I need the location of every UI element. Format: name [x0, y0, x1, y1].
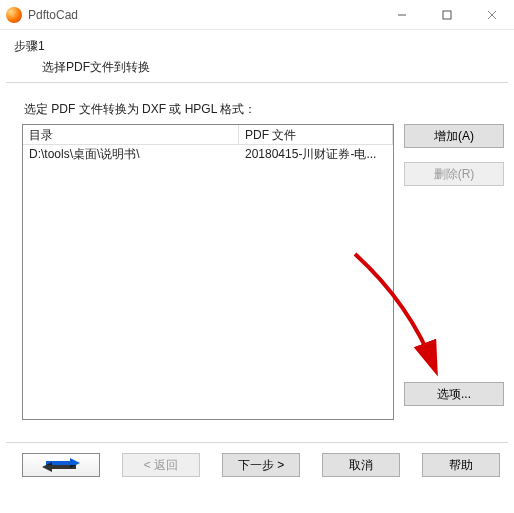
- cell-directory: D:\tools\桌面\说明书\: [23, 145, 239, 163]
- table-row[interactable]: D:\tools\桌面\说明书\ 20180415-川财证券-电...: [23, 145, 393, 163]
- convert-button[interactable]: [22, 453, 100, 477]
- column-pdf-file[interactable]: PDF 文件: [239, 125, 393, 144]
- file-list[interactable]: 目录 PDF 文件 D:\tools\桌面\说明书\ 20180415-川财证券…: [22, 124, 394, 420]
- next-button[interactable]: 下一步 >: [222, 453, 300, 477]
- column-directory[interactable]: 目录: [23, 125, 239, 144]
- list-header: 目录 PDF 文件: [23, 125, 393, 145]
- options-button[interactable]: 选项...: [404, 382, 504, 406]
- convert-arrows-icon: [40, 458, 82, 472]
- minimize-button[interactable]: [379, 0, 424, 29]
- divider: [6, 82, 508, 83]
- divider: [6, 442, 508, 443]
- step-description: 选择PDF文件到转换: [14, 59, 502, 76]
- prompt-label: 选定 PDF 文件转换为 DXF 或 HPGL 格式：: [24, 101, 504, 118]
- back-button[interactable]: < 返回: [122, 453, 200, 477]
- help-button[interactable]: 帮助: [422, 453, 500, 477]
- window-title: PdftoCad: [28, 8, 379, 22]
- step-header: 步骤1 选择PDF文件到转换: [0, 30, 514, 82]
- app-icon: [6, 7, 22, 23]
- cancel-button[interactable]: 取消: [322, 453, 400, 477]
- cell-file: 20180415-川财证券-电...: [239, 145, 393, 163]
- maximize-button[interactable]: [424, 0, 469, 29]
- titlebar: PdftoCad: [0, 0, 514, 30]
- remove-button[interactable]: 删除(R): [404, 162, 504, 186]
- add-button[interactable]: 增加(A): [404, 124, 504, 148]
- svg-rect-1: [443, 11, 451, 19]
- step-number: 步骤1: [14, 38, 502, 55]
- close-button[interactable]: [469, 0, 514, 29]
